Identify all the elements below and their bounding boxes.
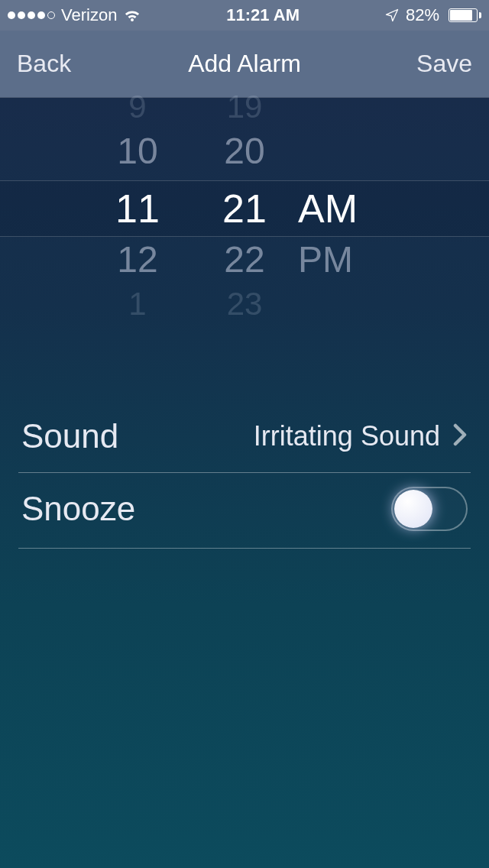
- period-picker[interactable]: AM PM: [298, 98, 405, 304]
- status-left: Verizon: [8, 5, 141, 25]
- location-icon: [384, 8, 400, 23]
- time-picker: 9 10 11 12 1 19 20 21 22 23 AM PM: [0, 98, 489, 304]
- snooze-row: Snooze: [18, 473, 471, 549]
- save-button[interactable]: Save: [403, 50, 472, 78]
- snooze-label: Snooze: [21, 490, 135, 528]
- minute-picker[interactable]: 19 20 21 22 23: [191, 98, 298, 304]
- status-time: 11:21 AM: [226, 5, 300, 25]
- picker-hour-option[interactable]: 1: [84, 281, 191, 327]
- sound-label: Sound: [21, 417, 118, 455]
- picker-period-option[interactable]: PM: [298, 237, 405, 283]
- chevron-right-icon: [452, 423, 468, 449]
- toggle-knob: [394, 490, 432, 528]
- sound-row[interactable]: Sound Irritating Sound: [18, 403, 471, 473]
- picker-hour-option[interactable]: 10: [84, 128, 191, 174]
- snooze-toggle[interactable]: [391, 487, 468, 531]
- battery-percent: 82%: [406, 5, 439, 25]
- picker-hour-selected[interactable]: 11: [84, 180, 191, 237]
- picker-hour-option[interactable]: 12: [84, 237, 191, 283]
- picker-period-selected[interactable]: AM: [298, 180, 405, 237]
- signal-strength-icon: [8, 11, 55, 19]
- sound-value: Irritating Sound: [254, 420, 440, 452]
- back-button[interactable]: Back: [17, 50, 86, 78]
- picker-minute-option[interactable]: 23: [191, 281, 298, 327]
- alarm-settings: Sound Irritating Sound Snooze: [0, 403, 489, 549]
- hour-picker[interactable]: 9 10 11 12 1: [84, 98, 191, 304]
- picker-hour-option[interactable]: 9: [84, 84, 191, 130]
- carrier-label: Verizon: [61, 5, 117, 25]
- picker-minute-option[interactable]: 22: [191, 237, 298, 283]
- picker-minute-selected[interactable]: 21: [191, 180, 298, 237]
- status-bar: Verizon 11:21 AM 82%: [0, 0, 489, 31]
- battery-icon: [445, 8, 481, 22]
- picker-minute-option[interactable]: 19: [191, 84, 298, 130]
- status-right: 82%: [384, 5, 481, 25]
- wifi-icon: [123, 8, 141, 23]
- page-title: Add Alarm: [86, 50, 403, 78]
- picker-minute-option[interactable]: 20: [191, 128, 298, 174]
